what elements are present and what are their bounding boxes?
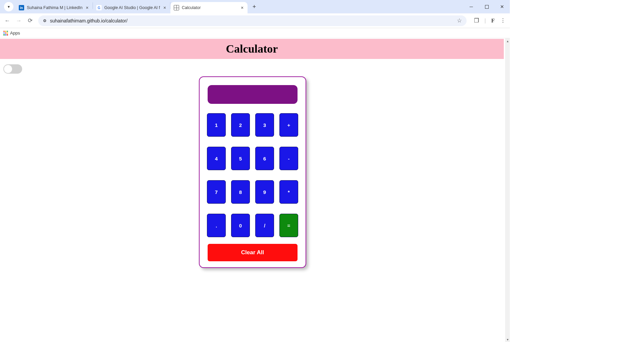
linkedin-icon: in xyxy=(19,5,24,10)
minimize-button[interactable]: ─ xyxy=(464,0,479,13)
key-8[interactable]: 8 xyxy=(231,180,250,204)
star-icon[interactable]: ☆ xyxy=(457,17,462,24)
site-info-icon[interactable]: ⚙ xyxy=(43,18,47,23)
key-1[interactable]: 1 xyxy=(207,113,226,137)
tab-title: Calculator xyxy=(182,5,237,10)
tab-google-ai[interactable]: G Google AI Studio | Google AI f × xyxy=(93,2,170,13)
toolbar-right: ❐ | F ⋮ xyxy=(474,17,506,24)
bookmarks-bar: Apps xyxy=(0,28,510,38)
theme-toggle[interactable] xyxy=(3,64,22,74)
calculator: 1 2 3 + 4 5 6 - 7 8 9 * . 0 / = Clear Al… xyxy=(199,76,306,268)
key-6[interactable]: 6 xyxy=(255,147,274,170)
profile-button[interactable]: F xyxy=(491,17,495,24)
close-icon[interactable]: × xyxy=(163,5,167,10)
page-content: Calculator 1 2 3 + 4 5 6 - 7 8 9 * . 0 xyxy=(0,38,505,342)
url-text: suhainafathimam.github.io/calculator/ xyxy=(50,18,127,23)
key-3[interactable]: 3 xyxy=(255,113,274,137)
scroll-down-arrow-icon[interactable]: ▾ xyxy=(505,337,510,342)
close-icon[interactable]: × xyxy=(240,5,244,10)
clear-all-button[interactable]: Clear All xyxy=(208,244,298,261)
key-minus[interactable]: - xyxy=(279,147,298,170)
scroll-up-arrow-icon[interactable]: ▴ xyxy=(505,38,510,44)
square-icon xyxy=(485,5,489,9)
page-viewport: Calculator 1 2 3 + 4 5 6 - 7 8 9 * . 0 xyxy=(0,38,510,342)
key-2[interactable]: 2 xyxy=(231,113,250,137)
key-dot[interactable]: . xyxy=(207,214,226,237)
reload-button[interactable]: ⟳ xyxy=(27,17,34,24)
tab-calculator[interactable]: Calculator × xyxy=(170,2,248,13)
new-tab-button[interactable]: + xyxy=(250,2,259,11)
key-4[interactable]: 4 xyxy=(207,147,226,170)
scroll-track[interactable] xyxy=(505,44,510,337)
google-icon: G xyxy=(96,5,102,10)
close-icon[interactable]: × xyxy=(85,5,89,10)
toggle-knob xyxy=(4,65,12,73)
key-5[interactable]: 5 xyxy=(231,147,250,170)
page-title: Calculator xyxy=(226,43,278,55)
forward-button[interactable]: → xyxy=(15,17,22,24)
key-equals[interactable]: = xyxy=(279,214,298,237)
calculator-display[interactable] xyxy=(208,85,298,104)
tab-search-menu[interactable]: ▾ xyxy=(4,2,13,11)
key-7[interactable]: 7 xyxy=(207,180,226,204)
back-button[interactable]: ← xyxy=(4,17,11,24)
window-controls: ─ ✕ xyxy=(464,0,510,13)
tab-title: Google AI Studio | Google AI f xyxy=(104,5,160,10)
key-divide[interactable]: / xyxy=(255,214,274,237)
chevron-down-icon: ▾ xyxy=(8,4,10,9)
key-0[interactable]: 0 xyxy=(231,214,250,237)
kebab-menu-icon[interactable]: ⋮ xyxy=(500,17,506,24)
tab-strip: ▾ in Suhaina Fathima M | LinkedIn × G Go… xyxy=(0,0,510,13)
key-9[interactable]: 9 xyxy=(255,180,274,204)
plus-icon: + xyxy=(253,3,256,10)
toolbar: ← → ⟳ ⚙ suhainafathimam.github.io/calcul… xyxy=(0,13,510,28)
calculator-keypad: 1 2 3 + 4 5 6 - 7 8 9 * . 0 / = xyxy=(208,113,298,237)
key-multiply[interactable]: * xyxy=(279,180,298,204)
browser-chrome: ▾ in Suhaina Fathima M | LinkedIn × G Go… xyxy=(0,0,510,38)
maximize-button[interactable] xyxy=(479,0,494,13)
tab-linkedin[interactable]: in Suhaina Fathima M | LinkedIn × xyxy=(15,2,93,13)
page-header: Calculator xyxy=(0,39,504,59)
separator: | xyxy=(484,17,486,24)
key-plus[interactable]: + xyxy=(279,113,298,137)
bookmark-apps[interactable]: Apps xyxy=(10,30,20,36)
apps-grid-icon[interactable] xyxy=(3,31,8,36)
vertical-scrollbar[interactable]: ▴ ▾ xyxy=(505,38,510,342)
globe-icon xyxy=(174,5,179,10)
extensions-icon[interactable]: ❐ xyxy=(474,17,479,24)
close-window-button[interactable]: ✕ xyxy=(494,0,510,13)
tab-title: Suhaina Fathima M | LinkedIn xyxy=(27,5,83,10)
address-bar[interactable]: ⚙ suhainafathimam.github.io/calculator/ … xyxy=(38,15,467,26)
